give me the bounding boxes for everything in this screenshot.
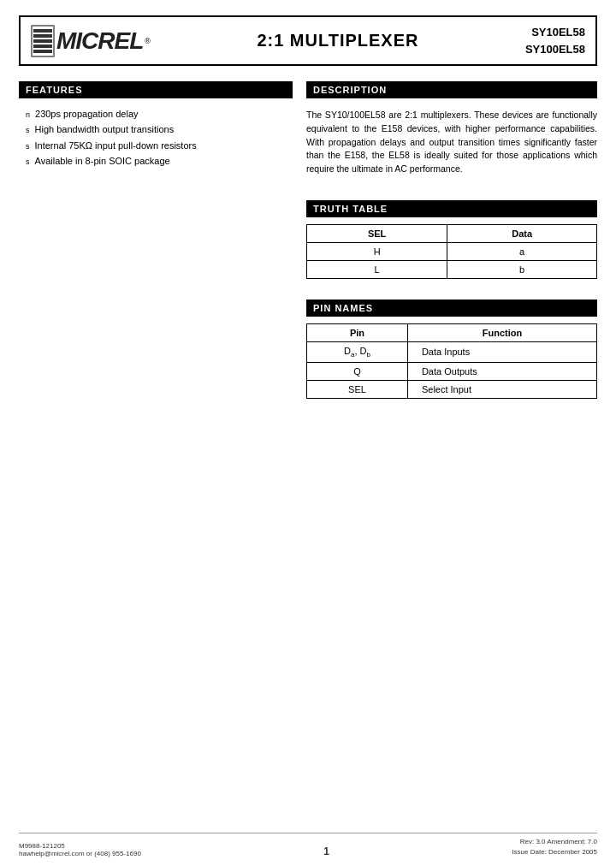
truth-data-a: a [447,242,597,260]
table-row: Q Data Outputs [307,362,597,380]
bullet-3: s [26,140,30,152]
two-col-layout: FEATURES n 230ps propagation delay s Hig… [19,81,597,399]
page: MICREL® 2:1 MULTIPLEXER SY10EL58 SY100EL… [0,0,616,866]
logo-reg: ® [145,37,151,45]
feature-text-4: Available in 8-pin SOIC package [35,156,170,166]
feature-text-2: High bandwidth output transitions [35,124,175,134]
logo-box: MICREL® [31,25,151,57]
header-part-numbers: SY10EL58 SY100EL58 [525,24,585,57]
bullet-1: n [26,109,30,121]
svg-rect-3 [33,39,52,43]
svg-rect-2 [33,34,52,38]
footer-page-number: 1 [323,845,329,857]
pin-function-data-inputs: Data Inputs [407,341,596,362]
logo-text: MICREL [56,27,143,55]
list-item: s High bandwidth output transitions [26,124,293,136]
pin-function-data-outputs: Data Outputs [407,362,596,380]
table-row: H a [307,242,597,260]
footer-right: Rev: 3.0 Amendment: 7.0 Issue Date: Dece… [512,837,597,857]
truth-table: SEL Data H a L b [306,224,597,279]
feature-text-1: 230ps propagation delay [35,109,138,119]
pin-name-q: Q [307,362,408,380]
description-header: DESCRIPTION [306,81,597,98]
pin-names-header: PIN NAMES [306,300,597,317]
bullet-2: s [26,124,30,136]
feature-text-3: Internal 75KΩ input pull-down resistors [35,140,197,151]
truth-table-header-row: SEL Data [307,224,597,242]
pin-name-da-db: Da, Db [307,341,408,362]
truth-table-header: TRUTH TABLE [306,200,597,217]
footer-rev: Rev: 3.0 Amendment: 7.0 [512,837,597,847]
footer-left: M9988-121205 hawhelp@micrel.com or (408)… [19,842,141,857]
svg-rect-1 [33,29,52,33]
part-number-2: SY100EL58 [525,41,585,58]
truth-col-sel: SEL [307,224,447,242]
truth-col-data: Data [447,224,597,242]
header-title: 2:1 MULTIPLEXER [151,31,525,50]
list-item: n 230ps propagation delay [26,109,293,121]
left-column: FEATURES n 230ps propagation delay s Hig… [19,81,293,399]
pin-function-select-input: Select Input [407,380,596,398]
pin-table-header-row: Pin Function [307,323,597,341]
table-row: SEL Select Input [307,380,597,398]
pin-table: Pin Function Da, Db Data Inputs Q Data O… [306,323,597,399]
footer-contact: hawhelp@micrel.com or (408) 955-1690 [19,850,141,857]
part-number-1: SY10EL58 [525,24,585,41]
pin-name-sel: SEL [307,380,408,398]
bullet-4: s [26,156,30,168]
features-list: n 230ps propagation delay s High bandwid… [19,105,293,175]
svg-rect-4 [33,44,52,48]
truth-data-b: b [447,260,597,278]
svg-rect-5 [33,50,52,53]
features-header: FEATURES [19,81,293,98]
footer-part-number: M9988-121205 [19,842,141,850]
list-item: s Internal 75KΩ input pull-down resistor… [26,140,293,152]
footer-issue-date: Issue Date: December 2005 [512,847,597,857]
description-text: The SY10/100EL58 are 2:1 multiplexers. T… [306,105,597,180]
pin-col-function: Function [407,323,596,341]
list-item: s Available in 8-pin SOIC package [26,156,293,168]
table-row: L b [307,260,597,278]
logo-icon [31,25,55,57]
pin-names-section: PIN NAMES Pin Function Da, Db Data Input… [306,300,597,399]
pin-col-pin: Pin [307,323,408,341]
right-column: DESCRIPTION The SY10/100EL58 are 2:1 mul… [306,81,597,399]
header: MICREL® 2:1 MULTIPLEXER SY10EL58 SY100EL… [19,15,597,66]
truth-sel-h: H [307,242,447,260]
truth-table-section: TRUTH TABLE SEL Data H a [306,200,597,279]
table-row: Da, Db Data Inputs [307,341,597,362]
truth-sel-l: L [307,260,447,278]
footer: M9988-121205 hawhelp@micrel.com or (408)… [19,833,597,857]
